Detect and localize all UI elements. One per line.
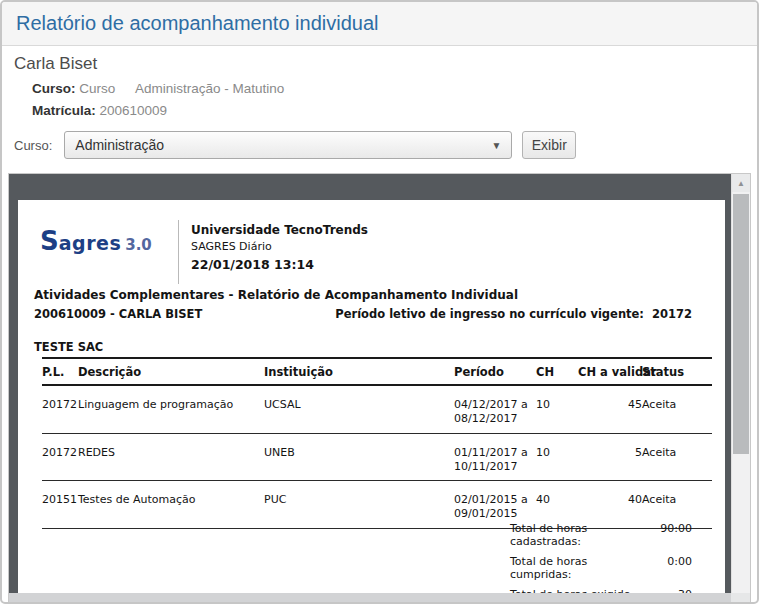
student-name: Carla Biset <box>14 54 757 74</box>
scrollbar-corner <box>731 593 750 604</box>
scroll-up-icon[interactable]: ▲ <box>732 174 750 192</box>
col-header-status: Status <box>642 358 712 385</box>
cell-descricao: Linguagem de programação <box>78 385 264 433</box>
activities-table: P.L. Descrição Instituição Período CH CH… <box>42 357 712 529</box>
total-registered-label: Total de horas cadastradas: <box>510 522 640 548</box>
cell-pl: 20151 <box>42 481 78 529</box>
header-divider <box>178 220 179 284</box>
col-header-descricao: Descrição <box>78 358 264 385</box>
cell-ch: 10 <box>536 433 578 481</box>
total-completed-label: Total de horas cumpridas: <box>510 555 640 581</box>
course-filter-bar: Curso: Administração ▼ Exibir <box>14 131 576 159</box>
report-page: Sagres3.0 Universidade TecnoTrends SAGRE… <box>18 200 725 593</box>
total-registered-value: 90:00 <box>640 522 692 548</box>
vertical-scrollbar[interactable]: ▲ <box>731 174 750 593</box>
cell-instituicao: UCSAL <box>264 385 454 433</box>
student-info: Carla Biset Curso: Curso Administração -… <box>2 46 757 118</box>
vertical-scrollbar-thumb[interactable] <box>733 194 749 454</box>
course-select-value: Administração <box>75 137 164 153</box>
cell-pl: 20172 <box>42 385 78 433</box>
cell-periodo: 01/11/2017 a10/11/2017 <box>454 433 536 481</box>
cell-descricao: Testes de Automação <box>78 481 264 529</box>
system-name: SAGRES Diário <box>191 240 368 253</box>
course-select[interactable]: Administração ▼ <box>64 131 512 159</box>
report-viewer: Sagres3.0 Universidade TecnoTrends SAGRE… <box>8 173 751 604</box>
total-registered-row: Total de horas cadastradas: 90:00 <box>510 522 692 548</box>
total-completed-value: 0:00 <box>640 555 692 581</box>
course-value: Curso <box>79 81 115 96</box>
course-detail: Administração - Matutino <box>135 81 284 96</box>
section-label: TESTE SAC <box>34 340 103 354</box>
table-row: 20172 Linguagem de programação UCSAL 04/… <box>42 385 712 433</box>
table-header-row: P.L. Descrição Instituição Período CH CH… <box>42 358 712 385</box>
org-name: Universidade TecnoTrends <box>191 223 368 237</box>
report-student-line: 200610009 - CARLA BISET <box>34 307 202 321</box>
chevron-down-icon: ▼ <box>491 140 501 151</box>
enrollment-label: Matrícula: <box>32 103 96 118</box>
sagres-logo: Sagres3.0 <box>40 226 152 256</box>
col-header-periodo: Período <box>454 358 536 385</box>
title-bar: Relatório de acompanhamento individual <box>2 2 757 46</box>
col-header-pl: P.L. <box>42 358 78 385</box>
cell-ch-validar: 45 <box>578 385 642 433</box>
report-datetime: 22/01/2018 13:14 <box>191 257 368 272</box>
report-window: Relatório de acompanhamento individual C… <box>0 0 759 604</box>
report-period-line: Período letivo de ingresso no currículo … <box>335 307 692 321</box>
report-subheader: 200610009 - CARLA BISET Período letivo d… <box>34 307 692 321</box>
col-header-instituicao: Instituição <box>264 358 454 385</box>
cell-instituicao: PUC <box>264 481 454 529</box>
table-row: 20172 REDES UNEB 01/11/2017 a10/11/2017 … <box>42 433 712 481</box>
horizontal-scrollbar[interactable] <box>9 593 731 604</box>
cell-periodo: 04/12/2017 a08/12/2017 <box>454 385 536 433</box>
cell-status: Aceita <box>642 385 712 433</box>
cell-instituicao: UNEB <box>264 433 454 481</box>
page-title: Relatório de acompanhamento individual <box>16 12 378 35</box>
col-header-ch: CH <box>536 358 578 385</box>
cell-descricao: REDES <box>78 433 264 481</box>
exibir-button[interactable]: Exibir <box>522 131 576 159</box>
report-title: Atividades Complementares - Relatório de… <box>34 288 518 302</box>
course-select-label: Curso: <box>14 138 52 153</box>
totals-block: Total de horas cadastradas: 90:00 Total … <box>510 522 692 604</box>
cell-pl: 20172 <box>42 433 78 481</box>
org-block: Universidade TecnoTrends SAGRES Diário 2… <box>191 223 368 272</box>
logo-letter-s: S <box>40 226 59 256</box>
student-enrollment-row: Matrícula: 200610009 <box>32 103 757 118</box>
col-header-ch-validar: CH a validar <box>578 358 642 385</box>
logo-text: agres <box>59 232 122 254</box>
enrollment-value: 200610009 <box>100 103 168 118</box>
logo-version: 3.0 <box>125 236 152 254</box>
cell-ch-validar: 5 <box>578 433 642 481</box>
cell-ch: 10 <box>536 385 578 433</box>
course-label: Curso: <box>32 81 76 96</box>
cell-status: Aceita <box>642 433 712 481</box>
total-completed-row: Total de horas cumpridas: 0:00 <box>510 555 692 581</box>
student-course-row: Curso: Curso Administração - Matutino <box>32 81 757 96</box>
